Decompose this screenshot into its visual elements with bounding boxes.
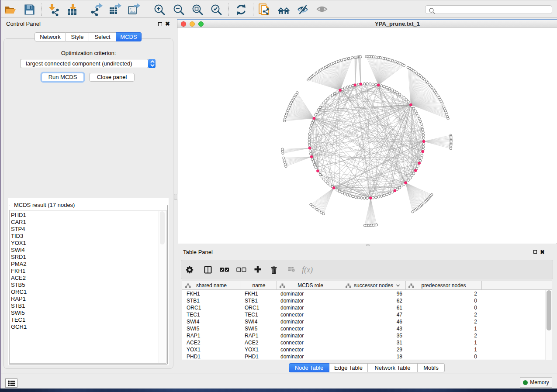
- svg-text:f(x): f(x): [302, 265, 313, 275]
